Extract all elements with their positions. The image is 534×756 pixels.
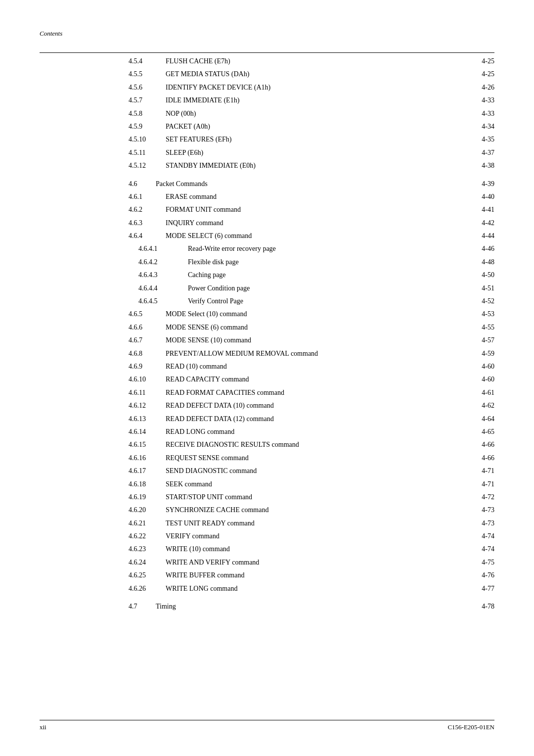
page-number: 4-57	[482, 335, 494, 346]
footer: xii C156-E205-01EN	[40, 720, 494, 731]
section-title: MODE SELECT (6) command	[166, 231, 476, 241]
section-title: NOP (00h)	[166, 108, 476, 119]
toc-entry: 4.6.4.2Flexible disk page4-48	[138, 257, 494, 268]
section-number: 4.6.24	[129, 557, 166, 568]
page-number: 4-65	[482, 426, 494, 437]
toc-entry: 4.5.8NOP (00h)4-33	[129, 108, 494, 119]
section-title: SEND DIAGNOSTIC command	[166, 466, 476, 476]
section-number: 4.6.17	[129, 466, 166, 476]
page: Contents 4.5.4FLUSH CACHE (E7h)4-254.5.5…	[0, 0, 534, 756]
section-title: Power Condition page	[188, 283, 476, 294]
page-number: 4-46	[482, 243, 494, 254]
toc-entry: 4.6.10READ CAPACITY command4-60	[129, 374, 494, 385]
section-title: VERIFY command	[166, 531, 476, 542]
section-number: 4.6.4.1	[138, 243, 188, 254]
page-number: 4-51	[482, 283, 494, 294]
page-number: 4-73	[482, 505, 494, 516]
section-number: 4.6.4.4	[138, 283, 188, 294]
toc-entry: 4.6.11READ FORMAT CAPACITIES command4-61	[129, 387, 494, 398]
footer-page-number: xii	[40, 723, 46, 731]
toc-entry: 4.6.19START/STOP UNIT command4-72	[129, 492, 494, 503]
section-title: IDENTIFY PACKET DEVICE (A1h)	[166, 82, 476, 93]
section-title: TEST UNIT READY command	[166, 518, 476, 529]
page-number: 4-77	[482, 583, 494, 594]
toc-entry: 4.6.26WRITE LONG command4-77	[129, 583, 494, 594]
section-title: WRITE (10) command	[166, 544, 476, 555]
page-number: 4-73	[482, 518, 494, 529]
section-title: Verify Control Page	[188, 296, 476, 307]
section-number: 4.6.18	[129, 479, 166, 490]
section-title: GET MEDIA STATUS (DAh)	[166, 69, 476, 80]
toc-entry: 4.6.5MODE Select (10) command4-53	[129, 309, 494, 320]
section-number: 4.5.11	[129, 147, 166, 158]
toc-entry: 4.6.14READ LONG command4-65	[129, 426, 494, 437]
section-title: SET FEATURES (EFh)	[166, 134, 476, 145]
toc-entry: 4.5.10SET FEATURES (EFh)4-35	[129, 134, 494, 145]
page-number: 4-35	[482, 134, 494, 145]
section-number: 4.6.8	[129, 348, 166, 359]
section-number: 4.6.12	[129, 400, 166, 411]
page-number: 4-55	[482, 322, 494, 333]
section-title: MODE SENSE (10) command	[166, 335, 476, 346]
section-title: START/STOP UNIT command	[166, 492, 476, 503]
section-title: PREVENT/ALLOW MEDIUM REMOVAL command	[166, 348, 476, 359]
page-number: 4-60	[482, 374, 494, 385]
toc-entry: 4.6.6MODE SENSE (6) command4-55	[129, 322, 494, 333]
section-number: 4.6.23	[129, 544, 166, 555]
toc-entry: 4.6.4.3Caching page4-50	[138, 270, 494, 281]
section-number: 4.6.25	[129, 570, 166, 581]
section-title: SLEEP (E6h)	[166, 147, 476, 158]
section-title: FLUSH CACHE (E7h)	[166, 56, 476, 67]
section-number: 4.5.10	[129, 134, 166, 145]
section-title: IDLE IMMEDIATE (E1h)	[166, 95, 476, 106]
section-number: 4.6.20	[129, 505, 166, 516]
toc-entry: 4.6.4.5Verify Control Page4-52	[138, 296, 494, 307]
section-number: 4.6.4.3	[138, 270, 188, 281]
toc-entry: 4.6.7MODE SENSE (10) command4-57	[129, 335, 494, 346]
toc-entry: 4.5.5GET MEDIA STATUS (DAh)4-25	[129, 69, 494, 80]
page-number: 4-34	[482, 121, 494, 132]
section-number: 4.6.14	[129, 426, 166, 437]
section-title: INQUIRY command	[166, 218, 476, 229]
toc-entry: 4.6.22VERIFY command4-74	[129, 531, 494, 542]
page-number: 4-42	[482, 218, 494, 229]
page-number: 4-75	[482, 557, 494, 568]
page-number: 4-38	[482, 160, 494, 171]
toc-entry: 4.6.4.1Read-Write error recovery page4-4…	[138, 243, 494, 254]
toc-entry: 4.6.13READ DEFECT DATA (12) command4-64	[129, 414, 494, 425]
page-number: 4-48	[482, 257, 494, 268]
page-number: 4-39	[482, 179, 494, 189]
toc-entry: 4.6.8PREVENT/ALLOW MEDIUM REMOVAL comman…	[129, 348, 494, 359]
section-title: MODE SENSE (6) command	[166, 322, 476, 333]
section-title: READ DEFECT DATA (12) command	[166, 414, 476, 425]
page-number: 4-40	[482, 191, 494, 202]
section-title: READ DEFECT DATA (10) command	[166, 400, 476, 411]
toc-entry: 4.6Packet Commands4-39	[129, 179, 494, 189]
section-number: 4.5.7	[129, 95, 166, 106]
page-number: 4-37	[482, 147, 494, 158]
toc-entry: 4.6.2FORMAT UNIT command4-41	[129, 204, 494, 215]
section-number: 4.6.4.5	[138, 296, 188, 307]
page-number: 4-66	[482, 439, 494, 450]
section-title: READ LONG command	[166, 426, 476, 437]
section-title: PACKET (A0h)	[166, 121, 476, 132]
section-number: 4.6.1	[129, 191, 166, 202]
toc-entry: 4.6.17SEND DIAGNOSTIC command4-71	[129, 466, 494, 476]
section-number: 4.6.26	[129, 583, 166, 594]
section-number: 4.6.22	[129, 531, 166, 542]
toc-entry: 4.6.15RECEIVE DIAGNOSTIC RESULTS command…	[129, 439, 494, 450]
toc-entry: 4.6.12READ DEFECT DATA (10) command4-62	[129, 400, 494, 411]
page-number: 4-52	[482, 296, 494, 307]
page-number: 4-44	[482, 231, 494, 241]
section-title: SYNCHRONIZE CACHE command	[166, 505, 476, 516]
page-number: 4-71	[482, 466, 494, 476]
page-number: 4-25	[482, 69, 494, 80]
footer-document-id: C156-E205-01EN	[447, 723, 494, 731]
section-number: 4.6.4.2	[138, 257, 188, 268]
section-number: 4.6.13	[129, 414, 166, 425]
section-number: 4.6.15	[129, 439, 166, 450]
page-number: 4-26	[482, 82, 494, 93]
section-number: 4.5.4	[129, 56, 166, 67]
page-number: 4-76	[482, 570, 494, 581]
section-number: 4.6.10	[129, 374, 166, 385]
